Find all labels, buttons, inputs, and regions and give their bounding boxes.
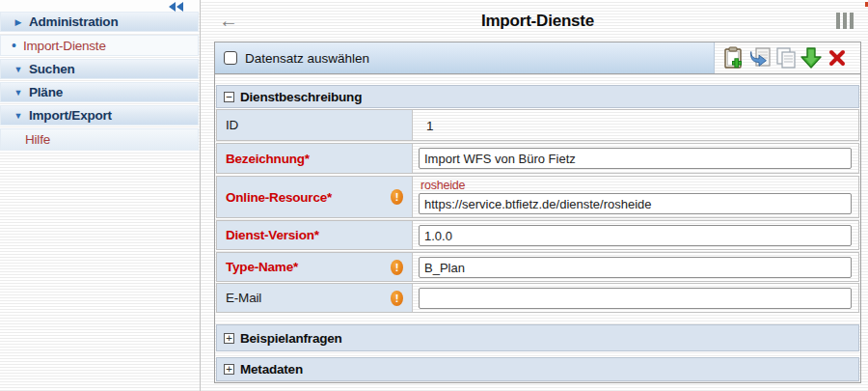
- warning-icon: !: [391, 189, 403, 205]
- field-value-cell: [413, 221, 858, 249]
- field-value-cell: [413, 284, 858, 312]
- section-title: Beispielanfragen: [240, 331, 342, 346]
- field-value-cell: 1: [413, 110, 858, 140]
- expand-section-icon[interactable]: +: [224, 364, 234, 375]
- sidebar: ▶ Administration • Import-Dienste ▼ Such…: [0, 0, 201, 391]
- section-title: Dienstbeschreibung: [240, 90, 362, 104]
- sidebar-item-label: Import-Dienste: [23, 39, 106, 53]
- type-name-input[interactable]: [419, 257, 852, 278]
- add-record-clipboard-icon[interactable]: [722, 46, 746, 70]
- id-value: 1: [413, 110, 858, 142]
- sidebar-item-administration[interactable]: ▶ Administration: [0, 12, 199, 32]
- online-resource-input[interactable]: [419, 193, 852, 214]
- sidebar-item-import-dienste[interactable]: • Import-Dienste: [0, 35, 199, 56]
- sidebar-item-hilfe[interactable]: Hilfe: [0, 128, 199, 151]
- triangle-down-icon: ▼: [10, 111, 27, 121]
- toolbar-icon-strip: [714, 42, 860, 73]
- warning-icon: !: [391, 291, 403, 306]
- section-title: Metadaten: [240, 362, 303, 377]
- field-label-cell: ID: [217, 110, 413, 140]
- triangle-right-icon: ▶: [10, 17, 27, 27]
- expand-section-icon[interactable]: +: [224, 333, 234, 344]
- download-icon[interactable]: [800, 46, 823, 70]
- field-row-type-name: Type-Name* !: [216, 252, 859, 282]
- sidebar-item-label: Pläne: [29, 85, 63, 99]
- bullet-icon: •: [12, 41, 21, 50]
- back-icon[interactable]: ←: [219, 10, 238, 31]
- warning-icon: !: [391, 260, 403, 275]
- field-label-cell: Online-Resource* !: [217, 177, 413, 217]
- field-row-id: ID 1: [216, 109, 859, 141]
- field-row-online-resource: Online-Resource* ! rosheide: [216, 176, 859, 218]
- section-dienstbeschreibung[interactable]: − Dienstbeschreibung: [216, 85, 859, 108]
- sidebar-item-label: Administration: [29, 14, 118, 29]
- field-row-email: E-Mail !: [216, 283, 859, 313]
- sidebar-item-label: Suchen: [29, 62, 75, 76]
- bezeichnung-input[interactable]: [419, 148, 852, 169]
- resource-note: rosheide: [420, 179, 858, 192]
- triangle-down-icon: ▼: [10, 65, 27, 74]
- sidebar-item-import-export[interactable]: ▼ Import/Export: [0, 105, 199, 126]
- field-label: Bezeichnung*: [226, 152, 310, 166]
- delete-icon[interactable]: [826, 46, 849, 70]
- field-row-dienst-version: Dienst-Version*: [216, 220, 859, 250]
- field-value-cell: [413, 144, 858, 173]
- main-header: ← Import-Dienste: [214, 8, 861, 39]
- email-input[interactable]: [419, 288, 852, 309]
- panel-menu-icon[interactable]: [836, 13, 854, 29]
- dienst-version-input[interactable]: [419, 225, 852, 246]
- page-title: Import-Dienste: [214, 8, 861, 31]
- select-record-checkbox[interactable]: [224, 51, 237, 65]
- select-record-label: Datensatz auswählen: [245, 51, 369, 66]
- sidebar-item-label: Import/Export: [29, 108, 112, 123]
- sidebar-item-plaene[interactable]: ▼ Pläne: [0, 82, 199, 102]
- field-label-cell: Dienst-Version*: [217, 221, 413, 249]
- field-value-cell: rosheide: [413, 177, 858, 217]
- field-label: Dienst-Version*: [226, 228, 319, 242]
- copy-icon[interactable]: [774, 46, 798, 70]
- field-label: ID: [226, 118, 238, 132]
- sidebar-item-label: Hilfe: [25, 132, 50, 147]
- import-dienste-panel: Datensatz auswählen: [214, 42, 861, 383]
- sidebar-top-strip: [0, 0, 200, 12]
- field-label: E-Mail: [226, 291, 261, 305]
- record-toolbar: Datensatz auswählen: [215, 42, 860, 74]
- field-label-cell: Type-Name* !: [217, 253, 413, 281]
- section-beispielanfragen[interactable]: + Beispielanfragen: [216, 324, 859, 351]
- field-label-cell: Bezeichnung*: [217, 144, 413, 173]
- sidebar-item-suchen[interactable]: ▼ Suchen: [0, 59, 199, 79]
- form-body: − Dienstbeschreibung ID 1 Bezeichnung*: [215, 74, 860, 382]
- paste-import-icon[interactable]: [748, 46, 772, 70]
- field-label: Type-Name*: [226, 260, 298, 274]
- field-row-bezeichnung: Bezeichnung*: [216, 143, 859, 174]
- field-label: Online-Resource*: [226, 190, 332, 205]
- field-value-cell: [413, 253, 858, 281]
- section-metadaten[interactable]: + Metadaten: [216, 357, 859, 381]
- field-label-cell: E-Mail !: [217, 284, 413, 312]
- collapse-section-icon[interactable]: −: [224, 92, 234, 102]
- triangle-down-icon: ▼: [10, 88, 27, 98]
